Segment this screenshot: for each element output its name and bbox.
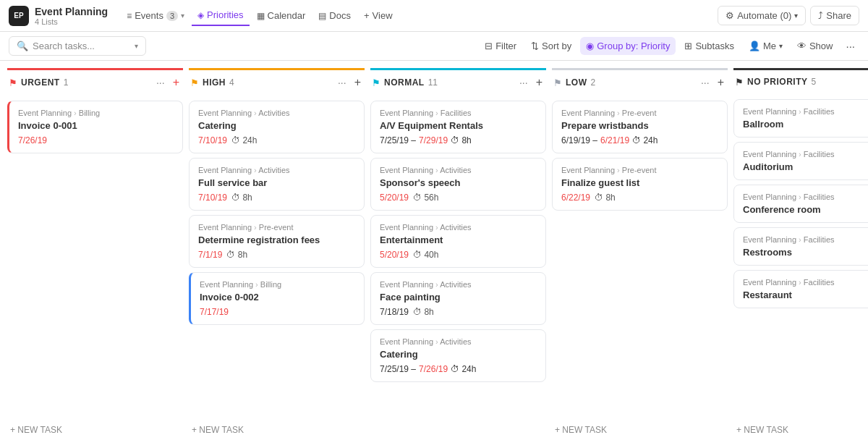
card-title: Ballroom — [743, 119, 868, 130]
card-title: Catering — [380, 349, 537, 360]
card-catering-normal[interactable]: Event Planning › Activities Catering 7/2… — [370, 329, 546, 382]
events-icon: ≡ — [127, 11, 132, 21]
card-restrooms[interactable]: Event Planning › Facilities Restrooms — [733, 227, 868, 266]
card-breadcrumb: Event Planning › Pre-event — [561, 109, 718, 117]
nopriority-new-task[interactable]: + NEW TASK — [733, 419, 868, 441]
docs-label: Docs — [329, 10, 351, 21]
nav-item-docs[interactable]: ▤ Docs — [312, 6, 357, 25]
card-restaurant[interactable]: Event Planning › Facilities Restaraunt — [733, 270, 868, 308]
me-icon: 👤 — [749, 41, 760, 51]
card-breadcrumb: Event Planning › Activities — [198, 166, 355, 174]
card-breadcrumb: Event Planning › Facilities — [380, 109, 537, 117]
high-new-task[interactable]: + NEW TASK — [189, 419, 365, 441]
groupby-label: Group by: Priority — [597, 41, 670, 51]
card-date: 7/18/19 ⏱ 8h — [380, 307, 537, 317]
card-breadcrumb: Event Planning › Facilities — [743, 150, 868, 159]
more-options-button[interactable]: ··· — [841, 36, 859, 56]
filter-label: Filter — [495, 41, 516, 51]
app-title: Event Planning 4 Lists — [35, 6, 108, 26]
groupby-button[interactable]: ◉ Group by: Priority — [580, 37, 676, 55]
card-entertainment[interactable]: Event Planning › Activities Entertainmen… — [370, 215, 546, 268]
card-breadcrumb: Event Planning › Pre-event — [198, 223, 355, 232]
card-conferenceroom[interactable]: Event Planning › Facilities Conference r… — [733, 185, 868, 223]
card-ballroom[interactable]: Event Planning › Facilities Ballroom — [733, 99, 868, 138]
normal-more-icon[interactable]: ··· — [517, 75, 530, 90]
card-date: 6/19/19 – 6/21/19 ⏱ 24h — [561, 135, 718, 145]
card-breadcrumb: Event Planning › Facilities — [743, 278, 868, 287]
automate-label: Automate (0) — [737, 10, 791, 21]
high-more-icon[interactable]: ··· — [336, 75, 349, 90]
high-add-icon[interactable]: + — [352, 75, 363, 90]
subtasks-icon: ⊞ — [684, 41, 692, 51]
high-title: HIGH — [203, 77, 226, 88]
card-date: 6/22/19 ⏱ 8h — [561, 193, 718, 203]
search-chevron-icon: ▾ — [135, 42, 138, 50]
nav-item-view[interactable]: + View — [358, 6, 399, 25]
me-button[interactable]: 👤 Me ▾ — [743, 37, 788, 55]
low-cards: Event Planning › Pre-event Prepare wrist… — [552, 101, 728, 415]
nav-item-calendar[interactable]: ▦ Calendar — [251, 6, 312, 25]
share-label: Share — [826, 10, 851, 21]
show-button[interactable]: 👁 Show — [791, 37, 839, 55]
low-new-task[interactable]: + NEW TASK — [552, 419, 728, 441]
high-flag-icon: ⚑ — [190, 77, 199, 88]
urgent-more-icon[interactable]: ··· — [154, 75, 167, 90]
nav-item-events[interactable]: ≡ Events 3 ▾ — [121, 6, 190, 25]
normal-count: 11 — [428, 77, 438, 88]
normal-add-icon[interactable]: + — [534, 75, 545, 90]
card-fullservicebar[interactable]: Event Planning › Activities Full service… — [189, 158, 365, 211]
show-icon: 👁 — [797, 41, 807, 51]
card-title: Restaraunt — [743, 289, 868, 300]
card-av-equipment[interactable]: Event Planning › Facilities A/V Equipmen… — [370, 101, 546, 153]
urgent-new-task[interactable]: + NEW TASK — [7, 419, 183, 441]
card-breadcrumb: Event Planning › Facilities — [743, 193, 868, 201]
column-header-high: ⚑ HIGH 4 ··· + — [189, 68, 365, 96]
automate-button[interactable]: ⚙ Automate (0) ▾ — [718, 6, 806, 25]
card-invoice-001[interactable]: Event Planning › Billing Invoice 0-001 7… — [7, 101, 183, 153]
card-title: Determine registration fees — [198, 234, 355, 245]
card-face-painting[interactable]: Event Planning › Activities Face paintin… — [370, 272, 546, 325]
urgent-flag-icon: ⚑ — [9, 77, 17, 88]
card-title: Face painting — [380, 292, 537, 303]
card-breadcrumb: Event Planning › Facilities — [743, 107, 868, 116]
card-date: 7/10/19 ⏱ 24h — [198, 135, 355, 145]
card-sponsors-speech[interactable]: Event Planning › Activities Sponsor's sp… — [370, 158, 546, 211]
card-title: A/V Equipment Rentals — [380, 120, 537, 131]
urgent-add-icon[interactable]: + — [171, 75, 182, 90]
app-title-main: Event Planning — [35, 6, 108, 17]
sortby-label: Sort by — [542, 41, 571, 51]
low-add-icon[interactable]: + — [715, 75, 726, 90]
card-auditorium[interactable]: Event Planning › Facilities Auditorium — [733, 142, 868, 180]
column-urgent: ⚑ URGENT 1 ··· + Event Planning › Billin… — [7, 68, 183, 441]
search-input[interactable]: 🔍 Search tasks... ▾ — [9, 36, 146, 56]
card-regfees[interactable]: Event Planning › Pre-event Determine reg… — [189, 215, 365, 268]
card-breadcrumb: Event Planning › Activities — [380, 223, 537, 232]
high-count: 4 — [229, 77, 234, 88]
me-label: Me — [763, 41, 776, 51]
card-catering[interactable]: Event Planning › Activities Catering 7/1… — [189, 101, 365, 153]
nav-item-priorities[interactable]: ◈ Priorities — [192, 5, 250, 26]
card-title: Invoice 0-002 — [200, 292, 355, 303]
card-wristbands[interactable]: Event Planning › Pre-event Prepare wrist… — [552, 101, 728, 153]
card-breadcrumb: Event Planning › Billing — [18, 109, 174, 117]
urgent-count: 1 — [64, 77, 69, 88]
search-placeholder: Search tasks... — [33, 41, 95, 51]
card-date: 7/10/19 ⏱ 8h — [198, 193, 355, 203]
column-header-normal: ⚑ NORMAL 11 ··· + — [370, 68, 546, 96]
board: ⚑ URGENT 1 ··· + Event Planning › Billin… — [0, 61, 868, 448]
urgent-cards: Event Planning › Billing Invoice 0-001 7… — [7, 101, 183, 415]
card-breadcrumb: Event Planning › Activities — [380, 166, 537, 174]
events-label: Events — [135, 10, 163, 21]
card-invoice-002[interactable]: Event Planning › Billing Invoice 0-002 7… — [189, 272, 365, 325]
filter-button[interactable]: ⊟ Filter — [479, 37, 522, 55]
card-title: Auditorium — [743, 161, 868, 172]
high-cards: Event Planning › Activities Catering 7/1… — [189, 101, 365, 415]
low-more-icon[interactable]: ··· — [699, 75, 712, 90]
column-nopriority: ⚑ NO PRIORITY 5 ··· Event Planning › Fac… — [733, 68, 868, 441]
card-guestlist[interactable]: Event Planning › Pre-event Finalize gues… — [552, 158, 728, 211]
card-title: Full service bar — [198, 177, 355, 188]
sortby-button[interactable]: ⇅ Sort by — [525, 37, 577, 55]
card-title: Restrooms — [743, 247, 868, 258]
share-button[interactable]: ⤴ Share — [810, 6, 859, 25]
subtasks-button[interactable]: ⊞ Subtasks — [678, 37, 739, 55]
